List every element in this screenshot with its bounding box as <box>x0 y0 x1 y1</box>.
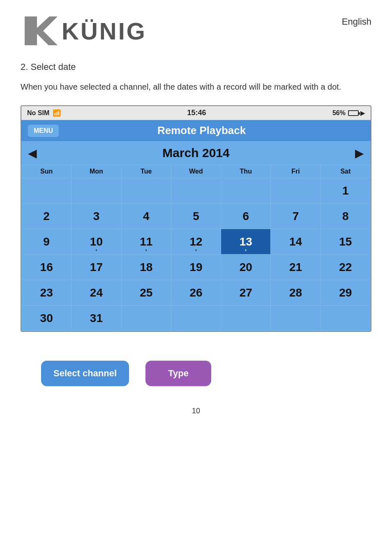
cal-day-7[interactable]: 7 <box>271 204 321 229</box>
cal-day-2[interactable]: 2 <box>22 204 71 229</box>
cal-day-31[interactable]: 31 <box>71 306 121 331</box>
day-mon: Mon <box>71 165 121 178</box>
cal-day-8[interactable]: 8 <box>321 204 370 229</box>
wifi-icon: 📶 <box>53 109 61 117</box>
cal-week-1: 1 <box>22 178 371 204</box>
cal-day-empty <box>221 306 271 331</box>
cal-day-9[interactable]: 9 <box>22 229 71 255</box>
cal-day-29[interactable]: 29 <box>321 280 370 306</box>
cal-day-empty[interactable] <box>271 178 321 204</box>
cal-day-27[interactable]: 27 <box>221 280 271 306</box>
status-left: No SIM 📶 <box>27 109 61 117</box>
cal-day-28[interactable]: 28 <box>271 280 321 306</box>
day-tue: Tue <box>121 165 171 178</box>
cal-day-3[interactable]: 3 <box>71 204 121 229</box>
cal-week-4: 16 17 18 19 20 21 22 <box>22 255 371 280</box>
status-time: 15:46 <box>187 109 206 117</box>
logo-icon <box>21 12 58 49</box>
cal-week-5: 23 24 25 26 27 28 29 <box>22 280 371 306</box>
cal-day-empty <box>271 306 321 331</box>
cal-day-11[interactable]: 11 <box>121 229 171 255</box>
cal-day-14[interactable]: 14 <box>271 229 321 255</box>
cal-month-title: March 2014 <box>162 146 229 160</box>
cal-day-empty <box>121 306 171 331</box>
cal-day-1[interactable]: 1 <box>321 178 370 204</box>
cal-day-16[interactable]: 16 <box>22 255 71 280</box>
charge-icon: ▶ <box>360 110 365 116</box>
content: 2. Select date When you have selected a … <box>0 62 392 398</box>
page-number: 10 <box>0 398 392 428</box>
cal-next-button[interactable]: ▶ <box>355 146 364 160</box>
cal-day-24[interactable]: 24 <box>71 280 121 306</box>
cal-day-12[interactable]: 12 <box>171 229 221 255</box>
battery-pct-text: 56% <box>332 109 346 117</box>
day-sat: Sat <box>321 165 370 178</box>
section-heading: 2. Select date <box>21 62 371 72</box>
page-header: KÜNIG English <box>0 0 392 58</box>
cal-day-22[interactable]: 22 <box>321 255 370 280</box>
cal-day-26[interactable]: 26 <box>171 280 221 306</box>
cal-day-19[interactable]: 19 <box>171 255 221 280</box>
logo-text: KÜNIG <box>62 17 147 45</box>
cal-day-21[interactable]: 21 <box>271 255 321 280</box>
svg-marker-0 <box>25 16 58 45</box>
status-bar: No SIM 📶 15:46 56% ▶ <box>21 106 371 120</box>
day-sun: Sun <box>22 165 71 178</box>
calendar-weekday-header: Sun Mon Tue Wed Thu Fri Sat <box>22 165 371 178</box>
day-fri: Fri <box>271 165 321 178</box>
cal-day-13[interactable]: 13 <box>221 229 271 255</box>
cal-day-6[interactable]: 6 <box>221 204 271 229</box>
description-text: When you have selected a channel, all th… <box>21 81 371 93</box>
language-label: English <box>342 12 371 27</box>
cal-day-empty[interactable] <box>171 178 221 204</box>
cal-day-empty <box>171 306 221 331</box>
battery-icon <box>348 110 359 116</box>
logo: KÜNIG <box>21 12 147 49</box>
app-title: Remote Playback <box>64 124 364 137</box>
status-right: 56% ▶ <box>332 109 365 117</box>
cal-day-20[interactable]: 20 <box>221 255 271 280</box>
phone-mockup: No SIM 📶 15:46 56% ▶ MENU Remote Playbac… <box>21 105 371 332</box>
cal-prev-button[interactable]: ◀ <box>28 146 37 160</box>
cal-day-empty[interactable] <box>121 178 171 204</box>
day-wed: Wed <box>171 165 221 178</box>
cal-day-empty[interactable] <box>221 178 271 204</box>
cal-day-5[interactable]: 5 <box>171 204 221 229</box>
cal-day-4[interactable]: 4 <box>121 204 171 229</box>
cal-day-empty <box>321 306 370 331</box>
cal-day-empty[interactable] <box>71 178 121 204</box>
carrier-text: No SIM <box>27 109 49 117</box>
cal-day-15[interactable]: 15 <box>321 229 370 255</box>
calendar-container: ◀ March 2014 ▶ Sun Mon Tue Wed Thu Fri S… <box>21 141 371 331</box>
type-button[interactable]: Type <box>145 361 211 386</box>
calendar-header: ◀ March 2014 ▶ <box>21 141 371 165</box>
cal-week-2: 2 3 4 5 6 7 8 <box>22 204 371 229</box>
cal-day-10[interactable]: 10 <box>71 229 121 255</box>
cal-day-17[interactable]: 17 <box>71 255 121 280</box>
day-thu: Thu <box>221 165 271 178</box>
cal-week-3: 9 10 11 12 13 14 15 <box>22 229 371 255</box>
menu-button[interactable]: MENU <box>28 125 59 137</box>
cal-day-25[interactable]: 25 <box>121 280 171 306</box>
cal-week-6: 30 31 <box>22 306 371 331</box>
bottom-buttons: Select channel Type <box>21 348 371 398</box>
cal-day-30[interactable]: 30 <box>22 306 71 331</box>
cal-day-23[interactable]: 23 <box>22 280 71 306</box>
cal-day-empty[interactable] <box>22 178 71 204</box>
app-header: MENU Remote Playback <box>21 120 371 141</box>
calendar-grid: Sun Mon Tue Wed Thu Fri Sat <box>21 165 371 331</box>
select-channel-button[interactable]: Select channel <box>41 361 129 386</box>
cal-day-18[interactable]: 18 <box>121 255 171 280</box>
